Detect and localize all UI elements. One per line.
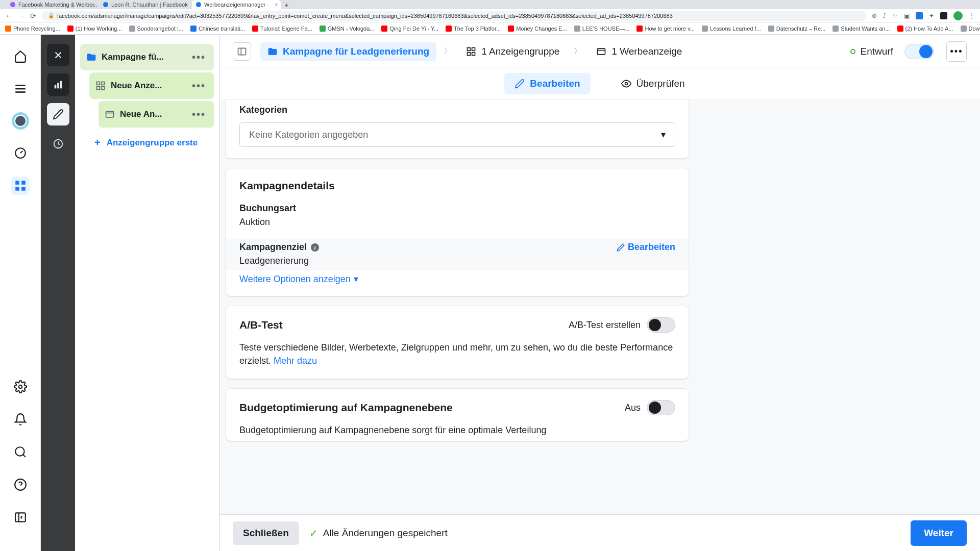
close-tab-icon[interactable]: × xyxy=(185,2,188,8)
svg-rect-27 xyxy=(238,48,246,55)
more-icon[interactable]: ••• xyxy=(192,109,206,120)
close-button[interactable]: Schließen xyxy=(233,521,299,545)
gear-icon[interactable] xyxy=(11,378,30,396)
campaign-details-card: Kampagnendetails Buchungsart Auktion Kam… xyxy=(226,168,689,296)
tab-review[interactable]: Überprüfen xyxy=(611,73,695,94)
crumb-campaign[interactable]: Kampagne für Leadgenerierung xyxy=(260,42,436,61)
bookmark-item[interactable]: Phone Recycling... xyxy=(5,26,60,32)
browser-tab[interactable]: Facebook Marketing & Werbe...× xyxy=(6,0,98,9)
content-scroll[interactable]: Kategorien Keine Kategorien angegeben ▾ … xyxy=(219,99,980,514)
folder-icon xyxy=(86,52,96,62)
bookmark-item[interactable]: Sonderangebot |... xyxy=(129,26,183,32)
svg-rect-18 xyxy=(57,83,59,88)
breadcrumb: Kampagne für Leadgenerierung 〉 1 Anzeige… xyxy=(260,42,841,61)
edit-goal-button[interactable]: Bearbeiten xyxy=(617,242,675,253)
panel-toggle-button[interactable] xyxy=(233,42,251,61)
star-icon[interactable]: ☆ xyxy=(892,12,898,19)
bookmark-item[interactable]: Qing Fei De Yi - Y... xyxy=(381,26,438,32)
tree-ad[interactable]: Neue An... ••• xyxy=(99,101,214,128)
bookmark-item[interactable]: (2) How To Add A... xyxy=(897,26,953,32)
campaign-toggle[interactable] xyxy=(904,44,934,59)
bookmark-item[interactable]: Datenschutz – Re... xyxy=(768,26,826,32)
close-button[interactable] xyxy=(47,44,69,66)
tree-label: Neue An... xyxy=(120,109,192,119)
abtest-toggle[interactable] xyxy=(647,317,675,333)
chart-icon[interactable] xyxy=(47,73,69,96)
editor-tool-rail xyxy=(41,35,75,551)
abtest-toggle-label: A/B-Test erstellen xyxy=(569,320,641,331)
extension-icon[interactable] xyxy=(940,12,947,19)
bookmark-item[interactable]: (1) How Working... xyxy=(67,26,122,32)
zoom-icon[interactable]: ⊕ xyxy=(872,12,877,19)
bookmark-item[interactable]: Lessons Learned f... xyxy=(702,26,761,32)
more-button[interactable]: ••• xyxy=(946,41,967,62)
close-tab-icon[interactable]: × xyxy=(275,2,278,8)
extensions-icon[interactable]: ✦ xyxy=(929,12,934,19)
categories-heading: Kategorien xyxy=(239,105,675,115)
bookmark-item[interactable]: How to get more v... xyxy=(636,26,695,32)
bookmark-item[interactable]: The Top 3 Platfor... xyxy=(446,26,501,32)
tree-adset[interactable]: Neue Anze... ••• xyxy=(89,72,214,99)
svg-rect-29 xyxy=(468,47,471,51)
tab-edit[interactable]: Bearbeiten xyxy=(504,73,590,94)
crumb-ad[interactable]: 1 Werbeanzeige xyxy=(589,42,689,61)
show-more-button[interactable]: Weitere Optionen anzeigen ▾ xyxy=(239,273,675,285)
svg-rect-32 xyxy=(472,52,475,55)
menu-icon[interactable] xyxy=(11,80,30,98)
status-area: Entwurf ••• xyxy=(850,41,967,62)
svg-rect-21 xyxy=(97,82,100,85)
budget-toggle-label: Aus xyxy=(625,403,641,413)
budget-heading: Budgetoptimierung auf Kampagnenebene xyxy=(239,402,453,414)
edit-icon[interactable] xyxy=(47,103,69,126)
svg-rect-33 xyxy=(598,48,605,55)
plus-icon: + xyxy=(94,137,101,148)
close-tab-icon[interactable]: × xyxy=(92,2,95,8)
bookmark-item[interactable]: Tutorial: Eigene Fa... xyxy=(252,26,312,32)
goal-label: Kampagnenziel i xyxy=(239,242,319,253)
next-button[interactable]: Weiter xyxy=(911,520,967,546)
gauge-icon[interactable] xyxy=(11,144,30,162)
help-icon[interactable] xyxy=(11,475,30,494)
bookmark-item[interactable]: LEE'S HOUSE—... xyxy=(574,26,630,32)
back-button[interactable]: ← xyxy=(5,12,12,20)
bookmark-item[interactable]: Chinese translati... xyxy=(190,26,245,32)
home-icon[interactable] xyxy=(11,47,30,65)
profile-button[interactable] xyxy=(953,11,963,20)
toolbar-icons: ⊕ ⤴ ☆ ▣ f ✦ ⋮ xyxy=(872,11,975,20)
svg-rect-31 xyxy=(468,52,471,55)
more-icon[interactable]: ••• xyxy=(192,80,206,92)
more-icon[interactable]: ••• xyxy=(192,52,206,63)
svg-rect-19 xyxy=(60,81,62,89)
new-tab-button[interactable]: + xyxy=(282,1,291,9)
bookmark-item[interactable]: GMSN - Vologda... xyxy=(320,26,375,32)
share-icon[interactable]: ⤴ xyxy=(883,12,886,19)
fb-extension-icon[interactable]: f xyxy=(916,12,923,19)
crumb-adset[interactable]: 1 Anzeigengruppe xyxy=(459,42,567,61)
tree-campaign[interactable]: Kampagne fü... ••• xyxy=(80,44,214,70)
bookmark-item[interactable]: Download - Cooki... xyxy=(961,26,980,32)
check-icon: ✓ xyxy=(309,527,318,539)
svg-point-9 xyxy=(15,447,24,456)
collapse-icon[interactable] xyxy=(11,508,30,527)
cast-icon[interactable]: ▣ xyxy=(904,12,910,19)
browser-tab-active[interactable]: Werbeanzeigenmanager× xyxy=(192,0,281,9)
categories-select[interactable]: Keine Kategorien angegeben ▾ xyxy=(239,122,675,147)
avatar[interactable] xyxy=(12,112,29,130)
bookmark-item[interactable]: Money Changes E... xyxy=(508,26,567,32)
bookmark-item[interactable]: Student Wants an... xyxy=(832,26,890,32)
lock-icon: 🔒 xyxy=(48,13,54,18)
abtest-more-link[interactable]: Mehr dazu xyxy=(274,356,317,366)
svg-point-8 xyxy=(18,385,22,389)
info-icon[interactable]: i xyxy=(311,243,319,252)
address-bar[interactable]: 🔒 facebook.com/adsmanager/manage/campaig… xyxy=(42,11,867,21)
menu-icon[interactable]: ⋮ xyxy=(969,12,975,19)
budget-toggle[interactable] xyxy=(647,400,675,415)
bell-icon[interactable] xyxy=(11,410,30,429)
add-adset-button[interactable]: + Anzeigengruppe erste xyxy=(75,130,219,156)
svg-rect-17 xyxy=(54,85,56,88)
search-icon[interactable] xyxy=(11,443,30,461)
browser-tab[interactable]: Leon R. Chaudhari | Facebook× xyxy=(99,0,191,9)
grid-icon[interactable] xyxy=(11,177,30,195)
reload-button[interactable]: ⟳ xyxy=(30,12,37,20)
history-icon[interactable] xyxy=(47,133,69,155)
